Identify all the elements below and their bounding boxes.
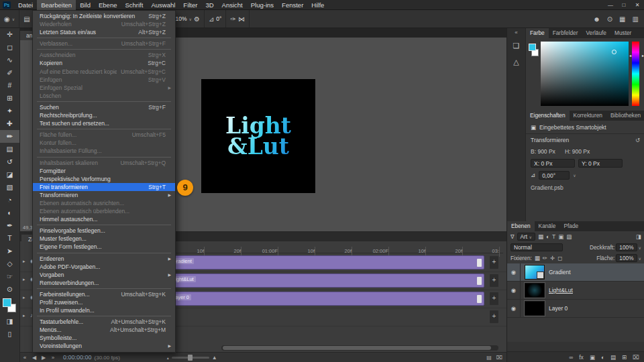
zoom-slider[interactable] (172, 357, 209, 359)
menu-item[interactable]: Text suchen und ersetzen... (33, 119, 175, 127)
layer-thumbnail[interactable] (525, 301, 545, 316)
account-icon[interactable]: ☻ (593, 15, 600, 23)
panel-tab[interactable]: Verläufe (582, 28, 610, 38)
panel-tab[interactable]: Muster (610, 28, 635, 38)
reset-transform-icon[interactable]: ↺ (635, 137, 640, 143)
lock-icon[interactable]: ◻ (557, 255, 562, 261)
menu-item[interactable]: Voreinstellungen ▶ (33, 342, 175, 350)
menu-item[interactable]: Vorgaben ▶ (33, 271, 175, 279)
tool-button[interactable]: ✐ (0, 66, 19, 79)
timeline-clip[interactable]: Light&Lut (168, 274, 484, 288)
menu-bar-item[interactable]: Filter (179, 0, 201, 10)
tool-button[interactable]: ✦ (0, 105, 19, 117)
menu-item[interactable]: Himmel austauschen... (33, 215, 175, 223)
menu-item[interactable]: Einfügen Strg+V (33, 76, 175, 84)
panel-tab[interactable]: Korrekturen (570, 111, 606, 121)
chevron-down-icon[interactable]: ∨ (189, 17, 192, 21)
layer-visibility-eye-icon[interactable]: ◉ (507, 300, 521, 317)
layer-row[interactable]: ◉ Light&Lut (507, 282, 644, 300)
layer-row[interactable]: ◉ Layer 0 (507, 300, 644, 318)
menu-item[interactable]: In Profil umwandeln... (33, 306, 175, 314)
menu-item[interactable]: Perspektivische Verformung (33, 175, 175, 183)
width-value[interactable]: 900 Px (537, 148, 555, 155)
layer-thumbnail[interactable] (525, 265, 545, 280)
menu-bar-item[interactable]: Hilfe (307, 0, 328, 10)
tool-button[interactable]: ◻ (0, 41, 19, 54)
panel-tab[interactable]: Pfade (559, 221, 582, 231)
smoothing-gear-icon[interactable]: ⚙ (194, 15, 200, 23)
tool-button[interactable]: ✒ (0, 219, 19, 232)
layers-panel-action-icon[interactable]: ⌧ (633, 354, 639, 361)
tool-button[interactable]: ✛ (0, 28, 19, 41)
menu-item[interactable]: Ebenen automatisch ausrichten... (33, 199, 175, 207)
artboard[interactable]: Light &Lut (201, 79, 315, 193)
chevron-down-icon[interactable]: ∨ (12, 17, 15, 21)
menu-item[interactable]: Suchen Strg+F (33, 103, 175, 111)
menu-bar-item[interactable]: Schrift (121, 0, 147, 10)
menu-item[interactable]: Formgitter (33, 167, 175, 175)
brush-preset-icon[interactable]: ◉ (4, 15, 10, 23)
menu-item[interactable]: Löschen (33, 92, 175, 100)
layer-visibility-eye-icon[interactable]: ◉ (507, 263, 521, 281)
smoothing-value[interactable]: 10% (176, 15, 187, 22)
menu-item[interactable] (37, 101, 171, 102)
transport-button[interactable]: » (48, 355, 58, 361)
tool-button[interactable]: ➤ (0, 245, 19, 257)
close-button[interactable]: ✕ (631, 0, 644, 10)
menu-item[interactable]: Auf eine Ebene reduziert kopieren Umscha… (33, 68, 175, 76)
zoom-out-icon[interactable]: ▴ (167, 355, 169, 360)
chevron-down-icon[interactable]: ∨ (573, 173, 576, 178)
menu-item[interactable]: Symbolleiste... (33, 334, 175, 342)
menu-item[interactable] (37, 157, 171, 158)
layer-name[interactable]: Layer 0 (549, 305, 568, 312)
minimize-button[interactable]: — (604, 0, 617, 10)
menu-item[interactable]: Tastaturbefehle... Alt+Umschalt+Strg+K (33, 318, 175, 326)
layer-filter-icon[interactable]: ▣ (558, 233, 564, 240)
zoom-in-icon[interactable]: ▲ (212, 355, 217, 361)
add-media-button[interactable]: + (490, 256, 498, 269)
symmetry-icon[interactable]: ⋈ (238, 15, 245, 23)
layer-visibility-eye-icon[interactable]: ◉ (507, 282, 521, 299)
menu-item[interactable]: Adobe PDF-Vorgaben... (33, 263, 175, 271)
menu-item[interactable]: Eigene Form festlegen... (33, 243, 175, 251)
menu-bar-item[interactable]: Ansicht (218, 0, 247, 10)
menu-item[interactable] (37, 38, 171, 38)
menu-bar-item[interactable]: Ebene (95, 0, 121, 10)
tool-button[interactable]: ☞ (0, 270, 19, 283)
delete-icon[interactable]: ⌧ (496, 355, 502, 361)
timeline-clip[interactable]: Gradient (168, 255, 484, 269)
rotation-angle-field[interactable]: 0,00° (539, 171, 570, 180)
menu-bar-item[interactable]: Bearbeiten (37, 0, 76, 10)
tool-button[interactable]: ◐ (0, 206, 19, 219)
panel-tab[interactable]: Farbe (526, 28, 549, 38)
menu-item[interactable]: Rückgängig: In Zeitleiste konvertieren S… (33, 12, 175, 20)
collapsed-panel-icon[interactable]: △ (507, 54, 525, 70)
menu-item[interactable]: Kopieren Strg+C (33, 59, 175, 67)
menu-item[interactable] (37, 316, 171, 316)
menu-item[interactable]: Rechtschreibprüfung... (33, 111, 175, 119)
menu-item[interactable]: Verblassen... Umschalt+Strg+F (33, 40, 175, 48)
menu-item[interactable] (37, 288, 171, 289)
menu-item[interactable]: Wiederholen Umschalt+Strg+Z (33, 20, 175, 28)
tool-button[interactable]: ◔ (0, 194, 19, 206)
timeline-scrollbar-thumb[interactable] (223, 346, 491, 350)
menu-bar-item[interactable]: Plug-ins (247, 0, 278, 10)
menu-bar-item[interactable]: Bild (76, 0, 95, 10)
menu-bar-item[interactable]: Auswahl (147, 0, 179, 10)
menu-bar-item[interactable]: Datei (14, 0, 37, 10)
track-collapse-icon[interactable]: ▸ (23, 259, 25, 264)
layers-panel-action-icon[interactable]: ▣ (590, 354, 595, 361)
menu-item[interactable]: Frei transformieren Strg+T (33, 183, 175, 191)
menu-item[interactable]: Farbeinstellungen... Umschalt+Strg+K (33, 290, 175, 298)
lock-icon[interactable]: ✛ (550, 255, 555, 261)
menu-item[interactable]: Ausschneiden Strg+X (33, 51, 175, 59)
blend-mode-dropdown[interactable]: Normal (511, 243, 563, 251)
tool-button[interactable]: ↺ (0, 156, 19, 168)
lock-icon[interactable]: ▦ (535, 255, 540, 261)
timeline-scrollbar[interactable] (221, 345, 498, 351)
transport-button[interactable]: « (20, 355, 30, 361)
menu-item[interactable]: Kontur füllen... (33, 139, 175, 147)
x-position-field[interactable]: X: 0 Px (531, 159, 575, 168)
zoom-slider-thumb[interactable] (188, 355, 193, 361)
tool-button[interactable]: # (0, 79, 19, 92)
